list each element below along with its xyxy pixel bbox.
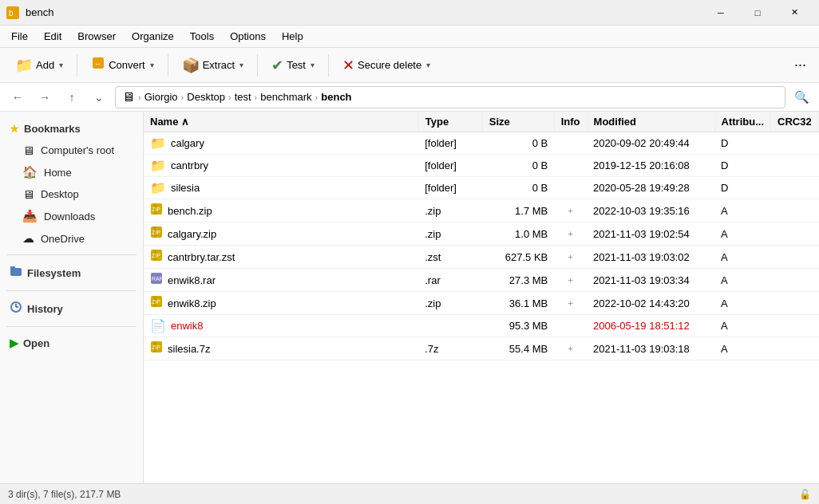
filelist: Name ∧ Type Size Info Modified Attribu..…: [144, 112, 819, 483]
onedrive-label: OneDrive: [41, 233, 85, 245]
filesystem-header[interactable]: Filesystem: [0, 260, 143, 285]
history-header[interactable]: History: [0, 296, 143, 321]
secure-delete-button[interactable]: ✕ Secure delete ▾: [334, 52, 439, 79]
file-info: [554, 155, 587, 177]
convert-button[interactable]: ↔ Convert ▾: [82, 52, 163, 79]
minimize-button[interactable]: ─: [702, 0, 739, 26]
path-bench[interactable]: bench: [321, 91, 351, 103]
col-header-type[interactable]: Type: [418, 112, 482, 132]
col-header-crc32[interactable]: CRC32: [771, 112, 819, 132]
close-button[interactable]: ✕: [776, 0, 813, 26]
file-attrib: D: [714, 155, 770, 177]
bookmarks-header[interactable]: ★ Bookmarks: [0, 118, 143, 140]
separator-4: [328, 54, 329, 77]
menu-edit[interactable]: Edit: [36, 27, 69, 45]
filesystem-section: Filesystem: [0, 260, 143, 285]
forward-button[interactable]: →: [34, 86, 56, 108]
history-icon: [10, 301, 22, 317]
col-header-size[interactable]: Size: [482, 112, 554, 132]
address-path[interactable]: 🖥 › Giorgio › Desktop › test › benchmark…: [115, 86, 785, 108]
extract-button[interactable]: 📦 Extract ▾: [173, 52, 252, 79]
sidebar-item-computers-root[interactable]: 🖥 Computer's root: [3, 140, 140, 161]
file-name-cell: ZIP calgary.zip: [144, 222, 418, 246]
menu-help[interactable]: Help: [274, 27, 311, 45]
file-icon: 📁: [150, 158, 166, 173]
file-size: 1.0 MB: [482, 222, 554, 246]
file-name: bench.zip: [168, 205, 212, 217]
file-info: [554, 132, 587, 155]
svg-text:↔: ↔: [94, 60, 101, 68]
open-header[interactable]: ▶ Open: [0, 332, 143, 354]
filesystem-label: Filesystem: [27, 267, 81, 279]
table-row[interactable]: RAR enwik8.rar .rar 27.3 MB + 2021-11-03…: [144, 269, 819, 292]
sidebar-item-home[interactable]: 🏠 Home: [3, 161, 140, 183]
test-button[interactable]: ✔ Test ▾: [263, 52, 323, 79]
add-button[interactable]: 📁 Add ▾: [6, 52, 72, 79]
app-icon: b: [6, 6, 19, 19]
svg-text:ZIP: ZIP: [152, 299, 160, 305]
file-name: silesia: [171, 182, 200, 194]
table-row[interactable]: ZIP calgary.zip .zip 1.0 MB + 2021-11-03…: [144, 222, 819, 246]
table-row[interactable]: 📄 enwik8 95.3 MB 2006-05-19 18:51:12 A: [144, 315, 819, 337]
table-row[interactable]: ZIP enwik8.zip .zip 36.1 MB + 2022-10-02…: [144, 292, 819, 315]
filesystem-icon: [10, 265, 22, 281]
file-modified: 2021-11-03 19:03:02: [587, 246, 714, 269]
file-name-cell: 📁 cantrbry: [144, 155, 418, 177]
file-type: .zst: [418, 246, 482, 269]
col-header-modified[interactable]: Modified: [587, 112, 714, 132]
up-button[interactable]: ↑: [61, 86, 83, 108]
search-button[interactable]: 🔍: [790, 86, 813, 108]
file-size: 27.3 MB: [482, 269, 554, 292]
file-attrib: A: [714, 199, 770, 222]
file-size: 95.3 MB: [482, 315, 554, 337]
file-crc32: [771, 315, 819, 337]
table-row[interactable]: 📁 silesia [folder] 0 B 2020-05-28 19:49:…: [144, 177, 819, 199]
path-benchmark[interactable]: benchmark: [260, 91, 311, 103]
add-dropdown-arrow: ▾: [57, 61, 63, 69]
menu-tools[interactable]: Tools: [182, 27, 222, 45]
menu-browser[interactable]: Browser: [69, 27, 124, 45]
col-header-attrib[interactable]: Attribu...: [714, 112, 770, 132]
path-giorgio[interactable]: Giorgio: [144, 91, 178, 103]
table-row[interactable]: ZIP cantrbry.tar.zst .zst 627.5 KB + 202…: [144, 246, 819, 269]
app-title: bench: [26, 6, 53, 18]
table-row[interactable]: 📁 cantrbry [folder] 0 B 2019-12-15 20:16…: [144, 155, 819, 177]
sidebar-item-desktop[interactable]: 🖥 Desktop: [3, 183, 140, 205]
file-size: 627.5 KB: [482, 246, 554, 269]
menu-file[interactable]: File: [3, 27, 36, 45]
home-icon: 🏠: [22, 165, 38, 179]
table-row[interactable]: ZIP bench.zip .zip 1.7 MB + 2022-10-03 1…: [144, 199, 819, 222]
table-row[interactable]: 📁 calgary [folder] 0 B 2020-09-02 20:49:…: [144, 132, 819, 155]
file-crc32: [771, 177, 819, 199]
history-section: History: [0, 296, 143, 321]
path-desktop[interactable]: Desktop: [187, 91, 225, 103]
separator-1: [77, 54, 77, 77]
open-section: ▶ Open: [0, 332, 143, 354]
file-crc32: [771, 132, 819, 155]
computer-icon: 🖥: [122, 90, 135, 104]
col-header-info[interactable]: Info: [554, 112, 587, 132]
path-test[interactable]: test: [235, 91, 251, 103]
file-icon: ZIP: [150, 295, 163, 311]
toolbar-more-button[interactable]: ···: [788, 53, 813, 77]
file-name: cantrbry: [171, 159, 208, 171]
table-row[interactable]: ZIP silesia.7z .7z 55.4 MB + 2021-11-03 …: [144, 337, 819, 360]
col-header-name[interactable]: Name ∧: [144, 112, 418, 132]
sidebar-item-downloads[interactable]: 📥 Downloads: [3, 205, 140, 227]
file-info: +: [554, 246, 587, 269]
menu-organize[interactable]: Organize: [124, 27, 182, 45]
dropdown-button[interactable]: ⌄: [88, 86, 110, 108]
menu-options[interactable]: Options: [222, 27, 274, 45]
maximize-button[interactable]: □: [739, 0, 776, 26]
sidebar-divider-2: [6, 290, 136, 291]
bookmarks-label: Bookmarks: [24, 123, 81, 135]
svg-rect-5: [10, 266, 15, 270]
file-list-body: 📁 calgary [folder] 0 B 2020-09-02 20:49:…: [144, 132, 819, 360]
file-type: .rar: [418, 269, 482, 292]
back-button[interactable]: ←: [6, 86, 29, 108]
file-icon: ZIP: [150, 226, 163, 242]
sidebar-item-onedrive[interactable]: ☁ OneDrive: [3, 227, 140, 250]
file-name: cantrbry.tar.zst: [168, 251, 235, 263]
file-name-cell: ZIP cantrbry.tar.zst: [144, 246, 418, 269]
file-attrib: A: [714, 315, 770, 337]
